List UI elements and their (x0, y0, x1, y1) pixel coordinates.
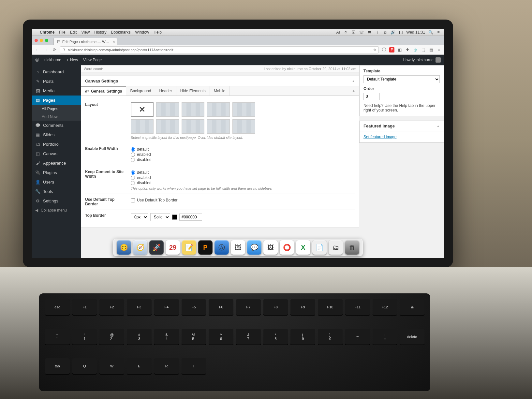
dock-app-chrome[interactable]: ⭕ (280, 240, 294, 255)
dropbox-icon[interactable]: ⬒ (367, 30, 372, 35)
bookmark-star-icon[interactable]: ☆ (373, 48, 377, 52)
site-info-icon[interactable]: 🗋 (62, 48, 66, 52)
radio-default[interactable] (131, 147, 135, 152)
border-style-select[interactable]: Solid (150, 213, 170, 221)
layout-option[interactable] (182, 119, 204, 134)
sidebar-item-pages[interactable]: ▤Pages (32, 96, 81, 105)
dock-app-generic[interactable]: P (198, 240, 213, 255)
dock-app-launchpad[interactable]: 🚀 (149, 240, 164, 255)
adminbar-new-link[interactable]: New (70, 58, 78, 62)
notifications-icon[interactable]: ≡ (436, 30, 441, 35)
menubar-item[interactable]: History (94, 30, 106, 35)
border-size-select[interactable]: 0px (131, 213, 148, 221)
menubar-item[interactable]: Help (154, 30, 162, 35)
chevron-up-icon[interactable]: ▲ (436, 124, 440, 128)
layout-option[interactable] (182, 102, 204, 117)
dock-app-generic[interactable]: 🗂 (329, 240, 343, 255)
chevron-up-icon[interactable]: ▲ (352, 79, 355, 83)
layout-option[interactable] (207, 119, 230, 134)
dock-app-generic[interactable]: 📄 (312, 240, 327, 255)
key-icon[interactable]: ⚿ (351, 30, 356, 35)
dock-app-calendar[interactable]: 29 (166, 240, 180, 255)
dock-app-messages[interactable]: 💬 (247, 240, 261, 255)
dock-app-notes[interactable]: 📝 (182, 240, 196, 255)
wp-logo-icon[interactable]: ⓦ (35, 57, 39, 63)
border-color-input[interactable] (179, 214, 202, 221)
layout-option-none[interactable]: ✕ (131, 102, 154, 117)
dock-app-finder[interactable]: 😊 (117, 240, 131, 255)
collapse-menu-button[interactable]: ◀Collapse menu (32, 206, 81, 215)
menubar-clock[interactable]: Wed 11:31 (406, 30, 425, 35)
sidebar-item-canvas[interactable]: ◫Canvas (32, 149, 81, 158)
radio-disabled[interactable] (131, 158, 135, 162)
layout-option[interactable] (156, 102, 179, 117)
user-avatar-icon[interactable] (436, 57, 441, 63)
menubar-item[interactable]: View (81, 30, 90, 35)
menubar-item[interactable]: Bookmarks (111, 30, 131, 35)
adobe-icon[interactable]: Aı (336, 30, 340, 35)
tab-background[interactable]: Background (126, 86, 155, 96)
dock-app-appstore[interactable]: Ⓐ (214, 240, 229, 255)
sidebar-item-posts[interactable]: ✎Posts (32, 77, 81, 86)
sidebar-item-dashboard[interactable]: ⌂Dashboard (32, 67, 81, 77)
battery-icon[interactable]: ▮▯ (398, 30, 403, 35)
sidebar-subitem-all-pages[interactable]: All Pages (32, 105, 81, 113)
tab-hide-elements[interactable]: Hide Elements (176, 86, 210, 96)
radio-enabled[interactable] (131, 153, 135, 157)
radio-disabled[interactable] (131, 181, 135, 185)
back-button[interactable]: ← (35, 47, 40, 53)
minimize-window-icon[interactable] (40, 39, 43, 42)
sidebar-item-plugins[interactable]: 🔌Plugins (32, 168, 81, 177)
adminbar-howdy[interactable]: Howdy, nickburne (403, 58, 434, 62)
sidebar-item-users[interactable]: 👤Users (32, 177, 81, 187)
extension-icon[interactable]: ▤ (428, 47, 434, 52)
sidebar-item-appearance[interactable]: 🖌Appearance (32, 158, 81, 168)
order-input[interactable] (363, 93, 380, 100)
menubar-item[interactable]: Edit (70, 30, 77, 35)
extension-icon[interactable]: ◧ (397, 47, 402, 52)
volume-icon[interactable]: 🔊 (391, 30, 395, 35)
forward-button[interactable]: → (43, 47, 49, 53)
postbox-title[interactable]: Canvas Settings ▲ (81, 76, 359, 86)
radio-enabled[interactable] (131, 176, 135, 180)
layout-option[interactable] (207, 102, 230, 117)
template-select[interactable]: Default Template (363, 75, 440, 83)
sidebar-item-tools[interactable]: 🔧Tools (32, 187, 81, 196)
menubar-app-name[interactable]: Chrome (40, 30, 54, 35)
sidebar-item-settings[interactable]: ⚙Settings (32, 196, 81, 206)
color-swatch-icon[interactable] (172, 214, 177, 220)
extension-icon[interactable]: F (389, 47, 394, 52)
dock-app-photos[interactable]: 🖼 (263, 240, 278, 255)
address-bar[interactable]: 🗋 nickburne.thisistap.com/wp-admin/post.… (60, 46, 379, 53)
tab-close-icon[interactable]: × (113, 40, 115, 44)
adminbar-view-page-link[interactable]: View Page (83, 58, 102, 62)
spotlight-icon[interactable]: 🔍 (428, 30, 433, 35)
radio-default[interactable] (131, 170, 135, 175)
skype-icon[interactable]: ☏ (359, 30, 364, 35)
layout-option[interactable] (232, 119, 255, 134)
browser-tab[interactable]: ◳ Edit Page ‹ nickburne — W… × (53, 38, 117, 45)
chevron-up-icon[interactable]: ▲ (348, 86, 359, 96)
zoom-window-icon[interactable] (45, 39, 48, 42)
adminbar-site-link[interactable]: nickburne (44, 58, 61, 62)
chrome-menu-icon[interactable]: ≡ (436, 47, 441, 52)
extension-icon[interactable]: ⓘ (381, 47, 387, 52)
tab-general-settings[interactable]: 🏷 General Settings (81, 86, 126, 96)
layout-option[interactable] (156, 119, 179, 134)
sidebar-item-media[interactable]: 🖼Media (32, 86, 81, 96)
layout-option[interactable] (131, 119, 154, 134)
layout-option[interactable] (232, 102, 255, 117)
reload-button[interactable]: ⟳ (52, 47, 57, 53)
sidebar-item-portfolio[interactable]: 🗂Portfolio (32, 140, 81, 149)
bluetooth-icon[interactable]: ᛒ (375, 30, 379, 35)
sidebar-item-comments[interactable]: 💬Comments (32, 121, 81, 130)
menubar-item[interactable]: File (59, 30, 65, 35)
extension-icon[interactable]: ✚ (405, 47, 410, 52)
wifi-icon[interactable]: ⧉ (383, 30, 387, 35)
sync-icon[interactable]: ↻ (344, 30, 348, 35)
dock-app-excel[interactable]: X (296, 240, 310, 255)
use-default-border-checkbox[interactable] (131, 198, 135, 202)
extension-icon[interactable]: ⬚ (421, 47, 426, 52)
dock-app-generic[interactable]: 🖼 (231, 240, 245, 255)
close-window-icon[interactable] (35, 39, 38, 42)
